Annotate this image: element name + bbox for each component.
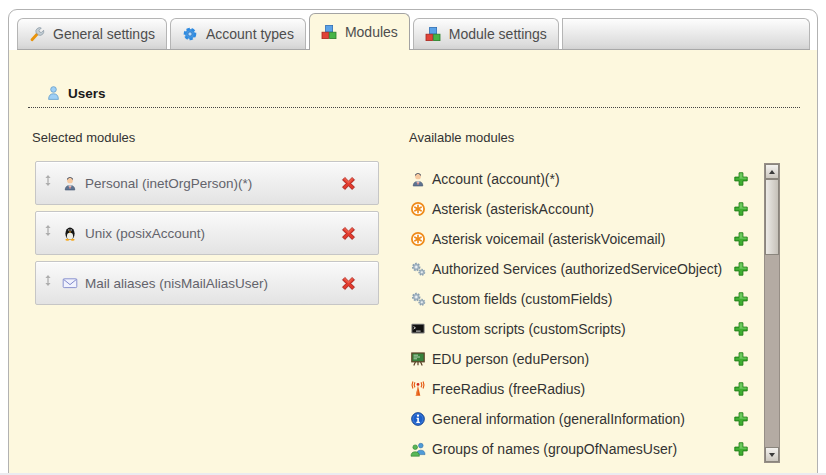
selected-module-row: Personal (inetOrgPerson)(*) [35,161,379,205]
available-module-row: Authorized Services (authorizedServiceOb… [410,254,749,284]
modules-icon [425,26,441,42]
add-module-button[interactable] [733,291,749,307]
available-module-row: Custom scripts (customScripts) [410,314,749,344]
available-modules-list: Account (account)(*)Asterisk (asteriskAc… [410,164,749,464]
config-panel: General settingsAccount typesModulesModu… [8,9,818,475]
module-label: Asterisk (asteriskAccount) [432,201,594,217]
asterisk-icon [410,231,426,247]
module-label: FreeRadius (freeRadius) [432,381,585,397]
tab-bar: General settingsAccount typesModulesModu… [17,18,810,50]
gears-icon [410,291,426,307]
tab-account-types[interactable]: Account types [170,18,306,49]
modules-icon [321,24,337,40]
add-module-button[interactable] [733,231,749,247]
available-module-row: Asterisk voicemail (asteriskVoicemail) [410,224,749,254]
module-label: EDU person (eduPerson) [432,351,589,367]
tab-bar-filler [562,18,810,49]
person-icon [62,175,78,191]
add-module-button[interactable] [733,411,749,427]
antenna-icon [410,381,426,397]
add-module-button[interactable] [733,351,749,367]
add-module-button[interactable] [733,441,749,457]
module-label: Unix (posixAccount) [85,226,205,241]
add-module-button[interactable] [733,321,749,337]
scrollbar-thumb[interactable] [765,179,779,255]
add-module-button[interactable] [733,171,749,187]
module-settings-page: General settingsAccount typesModulesModu… [0,0,826,475]
module-label: Asterisk voicemail (asteriskVoicemail) [432,231,665,247]
available-module-row: Asterisk (asteriskAccount) [410,194,749,224]
scrollbar-up-button[interactable] [765,164,779,179]
available-modules-label: Available modules [409,130,514,145]
available-modules-scrollbar[interactable] [764,163,780,463]
mail-icon [62,275,78,291]
tab-content: Users Selected modules Available modules… [9,50,817,475]
drag-handle-icon[interactable] [44,175,52,186]
tab-label: Account types [206,26,294,42]
asterisk-icon [410,201,426,217]
gears-icon [410,261,426,277]
module-label: Authorized Services (authorizedServiceOb… [432,261,722,277]
add-module-button[interactable] [733,261,749,277]
drag-handle-icon[interactable] [44,225,52,236]
heading-divider [28,107,800,108]
module-label: Groups of names (groupOfNamesUser) [432,441,677,457]
selected-module-row: Unix (posixAccount) [35,211,379,255]
tab-general-settings[interactable]: General settings [17,18,167,49]
available-module-row: Custom fields (customFields) [410,284,749,314]
info-icon [410,411,426,427]
selected-module-row: Mail aliases (nisMailAliasUser) [35,261,379,305]
tab-label: Module settings [449,26,547,42]
gear-icon [182,26,198,42]
person-icon [410,171,426,187]
scrollbar-down-button[interactable] [765,447,779,462]
module-label: Mail aliases (nisMailAliasUser) [85,276,268,291]
available-module-row: FreeRadius (freeRadius) [410,374,749,404]
wrench-icon [29,26,45,42]
selected-modules-label: Selected modules [32,130,135,145]
available-module-row: Groups of names (groupOfNamesUser) [410,434,749,464]
tab-label: General settings [53,26,155,42]
add-module-button[interactable] [733,381,749,397]
group-icon [410,441,426,457]
module-label: Custom fields (customFields) [432,291,613,307]
section-title: Users [68,86,106,101]
available-module-row: Account (account)(*) [410,164,749,194]
tab-label: Modules [345,24,398,40]
remove-module-button[interactable] [340,225,357,242]
section-heading: Users [46,85,106,101]
down-arrow-icon [769,453,775,457]
module-label: Personal (inetOrgPerson)(*) [85,176,252,191]
drag-handle-icon[interactable] [44,275,52,286]
module-label: General information (generalInformation) [432,411,685,427]
module-label: Custom scripts (customScripts) [432,321,626,337]
remove-module-button[interactable] [340,275,357,292]
tab-modules[interactable]: Modules [309,13,410,50]
terminal-icon [410,321,426,337]
blackboard-icon [410,351,426,367]
remove-module-button[interactable] [340,175,357,192]
available-module-row: EDU person (eduPerson) [410,344,749,374]
selected-modules-list: Personal (inetOrgPerson)(*)Unix (posixAc… [35,161,379,311]
module-label: Account (account)(*) [432,171,560,187]
up-arrow-icon [769,170,775,174]
add-module-button[interactable] [733,201,749,217]
user-icon [46,85,61,101]
tab-module-settings[interactable]: Module settings [413,18,559,49]
available-module-row: General information (generalInformation) [410,404,749,434]
tux-icon [62,225,78,241]
